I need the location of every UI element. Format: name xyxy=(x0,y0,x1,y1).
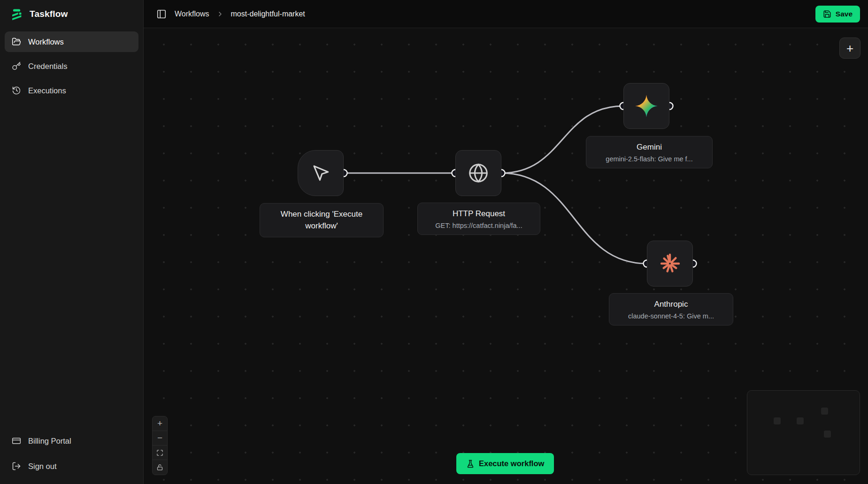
breadcrumb: Workflows most-delightful-market xyxy=(175,10,305,18)
lock-open-icon xyxy=(156,464,163,471)
topbar: Workflows most-delightful-market Save xyxy=(144,0,868,28)
breadcrumb-workflows-link[interactable]: Workflows xyxy=(175,10,209,18)
flask-icon xyxy=(466,460,475,468)
node-label-gemini[interactable]: Gemini gemini-2.5-flash: Give me f... xyxy=(586,136,713,168)
sidebar-toggle-icon[interactable] xyxy=(156,9,167,19)
app-title: Taskflow xyxy=(30,9,68,19)
node-subtitle: GET: https://catfact.ninja/fa... xyxy=(424,222,533,229)
folder-open-icon xyxy=(12,37,21,46)
fit-view-icon xyxy=(156,449,163,456)
sidebar-item-label: Billing Portal xyxy=(28,437,71,446)
app-root: { "app": { "name": "Taskflow" }, "sideba… xyxy=(0,0,868,484)
sidebar-nav: Workflows Credentials Executions xyxy=(0,27,143,106)
add-node-button[interactable]: + xyxy=(839,38,860,59)
node-subtitle: gemini-2.5-flash: Give me f... xyxy=(593,155,706,163)
minimap[interactable] xyxy=(747,390,860,475)
canvas-controls: + − xyxy=(152,416,168,475)
mouse-pointer-icon xyxy=(311,163,330,183)
node-anthropic[interactable] xyxy=(647,241,693,287)
node-gemini[interactable] xyxy=(623,83,669,129)
minimap-node-anthropic xyxy=(824,431,831,438)
node-manual-trigger[interactable] xyxy=(298,150,344,196)
execute-workflow-button[interactable]: Execute workflow xyxy=(456,453,554,474)
plus-icon: + xyxy=(846,42,853,54)
minimap-node-http xyxy=(797,417,804,424)
sidebar-item-sign-out[interactable]: Sign out xyxy=(5,456,138,476)
node-title: Anthropic xyxy=(616,299,726,310)
node-label-manual-trigger[interactable]: When clicking 'Execute workflow' xyxy=(260,203,384,237)
globe-icon xyxy=(468,162,489,184)
sign-out-icon xyxy=(12,461,21,471)
node-title: When clicking 'Execute workflow' xyxy=(267,209,376,232)
sidebar-item-label: Executions xyxy=(28,86,66,95)
plus-icon: + xyxy=(157,418,162,429)
zoom-in-button[interactable]: + xyxy=(153,416,167,431)
sidebar-item-label: Credentials xyxy=(28,62,67,71)
node-http-request[interactable] xyxy=(455,150,501,196)
minimap-node-trigger xyxy=(774,417,781,424)
sidebar-item-workflows[interactable]: Workflows xyxy=(5,31,138,52)
app-logo-row: Taskflow xyxy=(0,0,143,27)
taskflow-logo-icon xyxy=(10,8,23,20)
key-icon xyxy=(12,61,21,71)
history-icon xyxy=(12,86,21,95)
sidebar-footer: Billing Portal Sign out xyxy=(0,426,143,484)
breadcrumb-current-workflow: most-delightful-market xyxy=(231,10,305,18)
sidebar-item-executions[interactable]: Executions xyxy=(5,80,138,101)
save-button-label: Save xyxy=(836,10,853,18)
sidebar: Taskflow Workflows Credentials Execution… xyxy=(0,0,144,484)
anthropic-starburst-icon xyxy=(659,252,681,275)
lock-toggle-button[interactable] xyxy=(153,460,167,475)
workflow-canvas[interactable]: When clicking 'Execute workflow' HTTP Re… xyxy=(144,28,868,484)
execute-workflow-label: Execute workflow xyxy=(479,459,544,468)
save-button[interactable]: Save xyxy=(815,6,860,23)
save-icon xyxy=(823,10,831,18)
chevron-right-icon xyxy=(216,10,224,18)
minus-icon: − xyxy=(157,433,162,443)
sidebar-item-label: Sign out xyxy=(28,462,57,471)
node-title: HTTP Request xyxy=(424,208,533,220)
node-label-http-request[interactable]: HTTP Request GET: https://catfact.ninja/… xyxy=(417,203,540,235)
node-label-anthropic[interactable]: Anthropic claude-sonnet-4-5: Give m... xyxy=(609,293,733,325)
node-subtitle: claude-sonnet-4-5: Give m... xyxy=(616,312,726,320)
sidebar-item-label: Workflows xyxy=(28,38,64,46)
zoom-out-button[interactable]: − xyxy=(153,431,167,446)
gemini-star-icon xyxy=(634,94,659,118)
sidebar-item-billing-portal[interactable]: Billing Portal xyxy=(5,431,138,451)
credit-card-icon xyxy=(12,436,21,446)
sidebar-item-credentials[interactable]: Credentials xyxy=(5,56,138,76)
fit-view-button[interactable] xyxy=(153,446,167,460)
minimap-node-gemini xyxy=(821,408,828,415)
node-title: Gemini xyxy=(593,142,706,153)
